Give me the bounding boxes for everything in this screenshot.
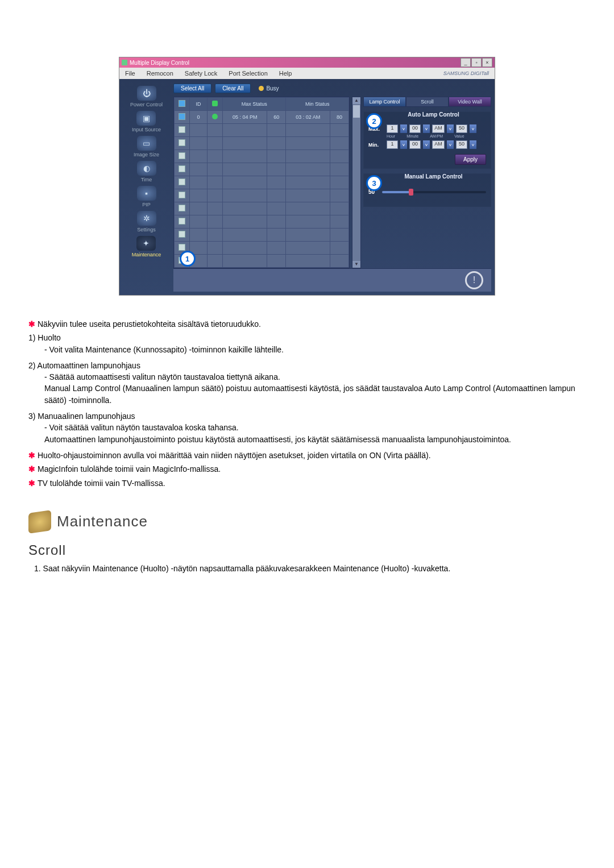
cell-id: 0 xyxy=(190,111,208,124)
star-icon: ✱ xyxy=(28,319,35,329)
maintenance-icon: ✦ xyxy=(136,236,156,251)
row-checkbox[interactable] xyxy=(179,192,185,198)
min-hour-field[interactable]: 1 xyxy=(387,140,398,149)
row-checkbox[interactable] xyxy=(179,152,185,159)
body-text: ✱Näkyviin tulee useita perustietokohteit… xyxy=(28,318,586,574)
sidebar-item-image-size[interactable]: ▭Image Size xyxy=(134,135,159,159)
clear-all-button[interactable]: Clear All xyxy=(215,84,251,93)
tab-scroll[interactable]: Scroll xyxy=(406,97,449,107)
busy-label: Busy xyxy=(266,85,279,92)
table-row xyxy=(175,137,349,150)
time-icon: ◐ xyxy=(137,161,156,176)
sidebar-item-label: PIP xyxy=(142,202,151,207)
dropdown-icon[interactable]: v xyxy=(423,124,430,133)
dropdown-icon[interactable]: v xyxy=(470,140,476,149)
sidebar-item-maintenance[interactable]: ✦Maintenance xyxy=(132,235,161,259)
item1-head: 1) Huolto xyxy=(28,332,586,343)
dropdown-icon[interactable]: v xyxy=(447,140,454,149)
sidebar-item-label: Settings xyxy=(137,227,156,232)
table-row xyxy=(175,255,349,268)
window-title: Multiple Display Control xyxy=(130,60,189,66)
tab-lamp-control[interactable]: Lamp Control xyxy=(363,97,406,107)
table-row[interactable]: 0 05 : 04 PM 60 03 : 02 AM 80 xyxy=(175,111,349,124)
col-min-status: Min Status xyxy=(286,98,349,111)
auto-min-row: Min. 1v 00v AMv 50v xyxy=(368,140,486,149)
cell-max-time: 05 : 04 PM xyxy=(223,111,267,124)
grid-header-row: ID Max Status Min Status xyxy=(175,98,349,111)
item1-a: - Voit valita Maintenance (Kunnossapito)… xyxy=(28,344,586,355)
item2-b: Manual Lamp Control (Manuaalinen lampun … xyxy=(28,383,586,406)
grid-scrollbar[interactable]: ▲ ▼ xyxy=(352,97,361,268)
menu-remocon[interactable]: Remocon xyxy=(141,70,179,77)
brand-label: SAMSUNG DIGITall xyxy=(438,70,495,76)
grid-table: ID Max Status Min Status 0 05 : 04 PM 60… xyxy=(174,97,349,268)
dropdown-icon[interactable]: v xyxy=(470,124,476,133)
auto-max-row: Max. 1v 00v AMv 50v xyxy=(368,124,486,133)
sidebar-item-label: Input Source xyxy=(132,127,161,132)
sidebar-item-settings[interactable]: ✲Settings xyxy=(137,210,156,234)
max-value-field[interactable]: 50 xyxy=(456,124,467,133)
max-minute-field[interactable]: 00 xyxy=(409,124,421,133)
item3-head: 3) Manuaalinen lampunohjaus xyxy=(28,410,586,422)
min-value-field[interactable]: 50 xyxy=(456,140,467,149)
apply-button[interactable]: Apply xyxy=(455,154,486,165)
slider-handle[interactable] xyxy=(409,189,413,196)
menu-file[interactable]: File xyxy=(119,70,141,77)
dropdown-icon[interactable]: v xyxy=(400,124,407,133)
max-ampm-field[interactable]: AM xyxy=(432,124,445,133)
item3-a: - Voit säätää valitun näytön taustavaloa… xyxy=(28,422,586,433)
sidebar-item-power-control[interactable]: ⏻Power Control xyxy=(130,85,163,109)
row-checkbox[interactable] xyxy=(179,165,185,172)
select-all-button[interactable]: Select All xyxy=(173,84,211,93)
pip-icon: ▪ xyxy=(137,186,156,201)
scroll-thumb[interactable] xyxy=(353,105,360,118)
dropdown-icon[interactable]: v xyxy=(447,124,454,133)
sidebar-item-label: Image Size xyxy=(134,152,159,157)
app-window: Multiple Display Control _ ▫ × File Remo… xyxy=(119,57,495,296)
row-checkbox[interactable] xyxy=(179,244,185,251)
min-ampm-field[interactable]: AM xyxy=(432,140,445,149)
row-checkbox[interactable] xyxy=(179,126,185,133)
sidebar: ⏻Power Control ▣Input Source ▭Image Size… xyxy=(119,79,173,295)
sidebar-item-pip[interactable]: ▪PIP xyxy=(137,185,156,209)
menu-bar: File Remocon Safety Lock Port Selection … xyxy=(119,68,495,79)
busy-indicator: Busy xyxy=(259,85,279,92)
menu-safety-lock[interactable]: Safety Lock xyxy=(179,70,223,77)
minimize-button[interactable]: _ xyxy=(460,58,471,67)
max-hour-field[interactable]: 1 xyxy=(387,124,398,133)
tab-video-wall[interactable]: Video Wall xyxy=(449,97,491,107)
menu-port-selection[interactable]: Port Selection xyxy=(223,70,273,77)
item2-a: - Säätää automaattisesti valitun näytön … xyxy=(28,371,586,383)
scroll-down-icon[interactable]: ▼ xyxy=(352,261,360,268)
row-checkbox[interactable] xyxy=(179,205,185,211)
close-button[interactable]: × xyxy=(482,58,492,67)
auto-lamp-section: 2 Auto Lamp Control Max. 1v 00v AMv 50v … xyxy=(363,111,491,169)
row-checkbox[interactable] xyxy=(179,231,185,238)
status-bar: ! xyxy=(173,268,491,292)
maintenance-heading-icon xyxy=(28,510,51,534)
min-minute-field[interactable]: 00 xyxy=(409,140,421,149)
dropdown-icon[interactable]: v xyxy=(400,140,407,149)
table-row xyxy=(175,150,349,163)
sidebar-item-input-source[interactable]: ▣Input Source xyxy=(132,110,161,134)
header-checkbox[interactable] xyxy=(179,100,185,107)
dropdown-icon[interactable]: v xyxy=(423,140,430,149)
slider-track[interactable] xyxy=(382,191,486,193)
sidebar-item-time[interactable]: ◐Time xyxy=(137,160,156,184)
row-checkbox[interactable] xyxy=(179,139,185,146)
sub-labels: HourMinuteAM/PMValue xyxy=(387,134,486,138)
maximize-button[interactable]: ▫ xyxy=(471,58,482,67)
window-controls: _ ▫ × xyxy=(460,58,492,67)
scroll-heading: Scroll xyxy=(28,542,586,558)
manual-lamp-title: Manual Lamp Control xyxy=(381,173,486,180)
menu-help[interactable]: Help xyxy=(273,70,298,77)
manual-lamp-slider[interactable]: 50 xyxy=(368,189,486,195)
table-row xyxy=(175,176,349,189)
sidebar-item-label: Maintenance xyxy=(132,252,161,258)
scroll-up-icon[interactable]: ▲ xyxy=(352,97,360,104)
status-icon xyxy=(212,114,218,119)
row-checkbox[interactable] xyxy=(179,218,185,225)
table-row xyxy=(175,124,349,137)
row-checkbox[interactable] xyxy=(179,178,185,185)
row-checkbox[interactable] xyxy=(179,113,185,120)
